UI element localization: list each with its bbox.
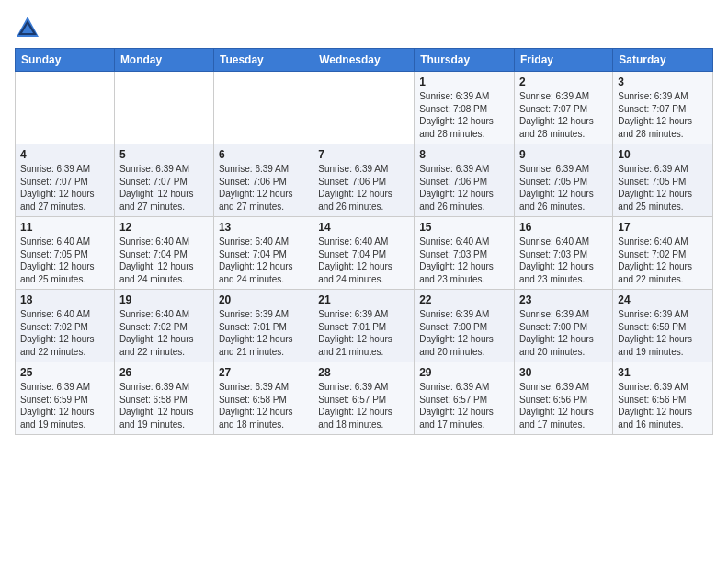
calendar-day-cell: 9Sunrise: 6:39 AMSunset: 7:05 PMDaylight…	[515, 144, 613, 217]
day-number: 26	[119, 366, 209, 379]
day-number: 16	[519, 221, 608, 234]
day-number: 20	[219, 293, 308, 306]
calendar-day-header: Saturday	[613, 49, 713, 72]
calendar-day-header: Wednesday	[313, 49, 415, 72]
calendar-day-header: Thursday	[415, 49, 515, 72]
calendar-day-cell: 11Sunrise: 6:40 AMSunset: 7:05 PMDayligh…	[16, 217, 115, 290]
day-info: Sunrise: 6:39 AMSunset: 7:06 PMDaylight:…	[318, 163, 409, 213]
day-number: 30	[519, 366, 608, 379]
day-info: Sunrise: 6:39 AMSunset: 6:56 PMDaylight:…	[519, 381, 608, 431]
day-number: 15	[419, 221, 509, 234]
calendar-day-cell: 16Sunrise: 6:40 AMSunset: 7:03 PMDayligh…	[515, 217, 613, 290]
calendar-day-cell: 10Sunrise: 6:39 AMSunset: 7:05 PMDayligh…	[613, 144, 713, 217]
day-info: Sunrise: 6:39 AMSunset: 6:57 PMDaylight:…	[419, 381, 509, 431]
day-info: Sunrise: 6:39 AMSunset: 7:00 PMDaylight:…	[419, 308, 509, 358]
day-info: Sunrise: 6:40 AMSunset: 7:03 PMDaylight:…	[519, 236, 608, 285]
day-number: 23	[519, 293, 608, 306]
day-number: 27	[219, 366, 308, 379]
calendar-day-cell: 7Sunrise: 6:39 AMSunset: 7:06 PMDaylight…	[313, 144, 415, 217]
day-number: 29	[419, 366, 509, 379]
day-number: 6	[219, 148, 308, 161]
day-number: 25	[20, 366, 109, 379]
day-number: 24	[618, 293, 708, 306]
calendar-day-cell: 24Sunrise: 6:39 AMSunset: 6:59 PMDayligh…	[613, 290, 713, 362]
day-info: Sunrise: 6:39 AMSunset: 6:59 PMDaylight:…	[20, 381, 109, 431]
day-info: Sunrise: 6:40 AMSunset: 7:04 PMDaylight:…	[318, 236, 409, 285]
day-info: Sunrise: 6:40 AMSunset: 7:05 PMDaylight:…	[20, 236, 109, 285]
day-info: Sunrise: 6:39 AMSunset: 7:01 PMDaylight:…	[318, 308, 409, 358]
logo	[15, 15, 44, 40]
day-number: 19	[119, 293, 209, 306]
day-info: Sunrise: 6:39 AMSunset: 7:07 PMDaylight:…	[20, 163, 109, 213]
day-info: Sunrise: 6:39 AMSunset: 7:05 PMDaylight:…	[519, 163, 608, 213]
calendar-week-row: 11Sunrise: 6:40 AMSunset: 7:05 PMDayligh…	[16, 217, 713, 290]
day-info: Sunrise: 6:40 AMSunset: 7:02 PMDaylight:…	[20, 308, 109, 358]
calendar-day-cell: 8Sunrise: 6:39 AMSunset: 7:06 PMDaylight…	[415, 144, 515, 217]
calendar-day-cell: 3Sunrise: 6:39 AMSunset: 7:07 PMDaylight…	[613, 72, 713, 144]
day-number: 31	[618, 366, 708, 379]
calendar-day-cell: 25Sunrise: 6:39 AMSunset: 6:59 PMDayligh…	[16, 362, 115, 435]
calendar-day-cell: 28Sunrise: 6:39 AMSunset: 6:57 PMDayligh…	[313, 362, 415, 435]
day-number: 3	[618, 75, 708, 88]
calendar-day-cell: 14Sunrise: 6:40 AMSunset: 7:04 PMDayligh…	[313, 217, 415, 290]
calendar-day-cell: 26Sunrise: 6:39 AMSunset: 6:58 PMDayligh…	[114, 362, 213, 435]
calendar-day-cell: 17Sunrise: 6:40 AMSunset: 7:02 PMDayligh…	[613, 217, 713, 290]
day-number: 4	[20, 148, 109, 161]
day-number: 10	[618, 148, 708, 161]
day-info: Sunrise: 6:39 AMSunset: 7:01 PMDaylight:…	[219, 308, 308, 358]
calendar-day-cell: 15Sunrise: 6:40 AMSunset: 7:03 PMDayligh…	[415, 217, 515, 290]
calendar-day-cell: 19Sunrise: 6:40 AMSunset: 7:02 PMDayligh…	[114, 290, 213, 362]
calendar-day-header: Sunday	[16, 49, 115, 72]
day-number: 28	[318, 366, 409, 379]
calendar-day-cell	[16, 72, 115, 144]
calendar-table: SundayMondayTuesdayWednesdayThursdayFrid…	[15, 48, 713, 435]
calendar-day-cell: 13Sunrise: 6:40 AMSunset: 7:04 PMDayligh…	[213, 217, 313, 290]
calendar-day-header: Friday	[515, 49, 613, 72]
day-info: Sunrise: 6:39 AMSunset: 7:08 PMDaylight:…	[419, 90, 509, 140]
day-number: 2	[519, 75, 608, 88]
day-info: Sunrise: 6:40 AMSunset: 7:02 PMDaylight:…	[618, 236, 708, 285]
day-number: 9	[519, 148, 608, 161]
calendar-day-cell: 31Sunrise: 6:39 AMSunset: 6:56 PMDayligh…	[613, 362, 713, 435]
calendar-day-cell: 27Sunrise: 6:39 AMSunset: 6:58 PMDayligh…	[213, 362, 313, 435]
calendar-day-cell: 2Sunrise: 6:39 AMSunset: 7:07 PMDaylight…	[515, 72, 613, 144]
day-info: Sunrise: 6:40 AMSunset: 7:04 PMDaylight:…	[119, 236, 209, 285]
day-info: Sunrise: 6:39 AMSunset: 7:00 PMDaylight:…	[519, 308, 608, 358]
day-number: 13	[219, 221, 308, 234]
calendar-day-cell: 23Sunrise: 6:39 AMSunset: 7:00 PMDayligh…	[515, 290, 613, 362]
day-number: 11	[20, 221, 109, 234]
day-number: 18	[20, 293, 109, 306]
calendar-day-cell: 4Sunrise: 6:39 AMSunset: 7:07 PMDaylight…	[16, 144, 115, 217]
day-number: 14	[318, 221, 409, 234]
calendar-day-cell: 12Sunrise: 6:40 AMSunset: 7:04 PMDayligh…	[114, 217, 213, 290]
day-info: Sunrise: 6:39 AMSunset: 7:06 PMDaylight:…	[419, 163, 509, 213]
day-number: 17	[618, 221, 708, 234]
calendar-day-cell	[313, 72, 415, 144]
calendar-day-cell: 1Sunrise: 6:39 AMSunset: 7:08 PMDaylight…	[415, 72, 515, 144]
calendar-week-row: 1Sunrise: 6:39 AMSunset: 7:08 PMDaylight…	[16, 72, 713, 144]
calendar-day-cell	[114, 72, 213, 144]
day-info: Sunrise: 6:39 AMSunset: 7:05 PMDaylight:…	[618, 163, 708, 213]
day-info: Sunrise: 6:39 AMSunset: 7:07 PMDaylight:…	[519, 90, 608, 140]
day-number: 1	[419, 75, 509, 88]
day-info: Sunrise: 6:39 AMSunset: 7:07 PMDaylight:…	[618, 90, 708, 140]
calendar-week-row: 18Sunrise: 6:40 AMSunset: 7:02 PMDayligh…	[16, 290, 713, 362]
day-info: Sunrise: 6:39 AMSunset: 6:57 PMDaylight:…	[318, 381, 409, 431]
calendar-day-cell: 5Sunrise: 6:39 AMSunset: 7:07 PMDaylight…	[114, 144, 213, 217]
calendar-week-row: 4Sunrise: 6:39 AMSunset: 7:07 PMDaylight…	[16, 144, 713, 217]
calendar-day-cell: 18Sunrise: 6:40 AMSunset: 7:02 PMDayligh…	[16, 290, 115, 362]
day-info: Sunrise: 6:39 AMSunset: 7:06 PMDaylight:…	[219, 163, 308, 213]
day-number: 5	[119, 148, 209, 161]
calendar-day-cell	[213, 72, 313, 144]
calendar-header-row: SundayMondayTuesdayWednesdayThursdayFrid…	[16, 49, 713, 72]
day-info: Sunrise: 6:39 AMSunset: 6:59 PMDaylight:…	[618, 308, 708, 358]
calendar-week-row: 25Sunrise: 6:39 AMSunset: 6:59 PMDayligh…	[16, 362, 713, 435]
day-number: 8	[419, 148, 509, 161]
day-number: 21	[318, 293, 409, 306]
day-info: Sunrise: 6:39 AMSunset: 6:58 PMDaylight:…	[219, 381, 308, 431]
calendar-day-header: Tuesday	[213, 49, 313, 72]
day-info: Sunrise: 6:39 AMSunset: 6:58 PMDaylight:…	[119, 381, 209, 431]
calendar-day-cell: 20Sunrise: 6:39 AMSunset: 7:01 PMDayligh…	[213, 290, 313, 362]
calendar-day-cell: 21Sunrise: 6:39 AMSunset: 7:01 PMDayligh…	[313, 290, 415, 362]
day-info: Sunrise: 6:40 AMSunset: 7:04 PMDaylight:…	[219, 236, 308, 285]
